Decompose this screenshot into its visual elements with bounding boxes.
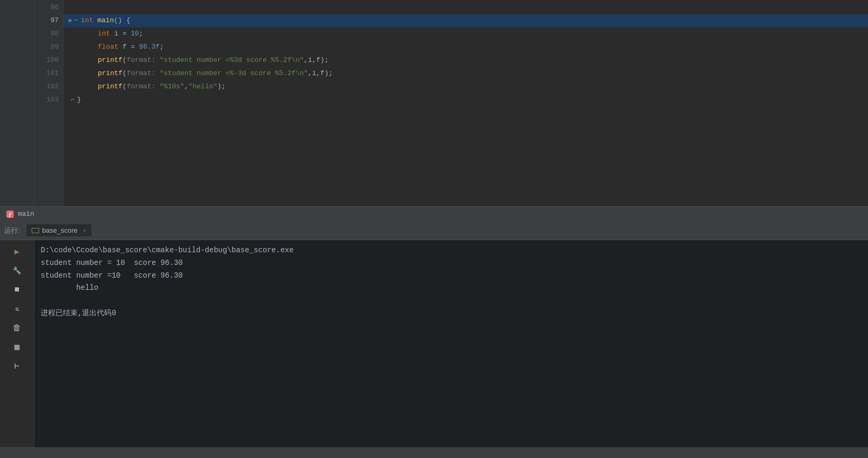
line-97: 97 [34, 14, 63, 28]
code-content: ▶ ⌐ int main () { int i = 10 ; float [63, 0, 868, 206]
comma2-101: , [316, 68, 321, 79]
semi-99: ; [160, 42, 164, 53]
keyword-float: float [98, 42, 118, 53]
run-body: ▶ 🔧 ■ ⇅ 🗑 ▦ ⊢ D:\code\Ccode\base_scor [0, 240, 868, 447]
var-i-101: i [312, 68, 316, 79]
bottom-status [0, 447, 868, 458]
run-label: 运行: [4, 226, 20, 235]
var-i-100: i [308, 55, 312, 66]
delete-button[interactable]: 🗑 [10, 320, 24, 335]
var-f-100: f [316, 55, 321, 66]
debug-step-icon: ⇅ [15, 305, 18, 313]
brace-open-97: ⌐ [74, 15, 79, 26]
code-line-96 [63, 1, 868, 14]
param-label-100: format: [127, 55, 156, 66]
layout-icon: ▦ [14, 342, 20, 352]
paren-open-101: ( [123, 68, 127, 79]
debug-arrow: ▶ [69, 16, 72, 26]
str-102b: "hello" [189, 81, 218, 93]
code-line-100: printf ( format: "student number =%3d sc… [63, 54, 868, 67]
line-99: 99 [34, 41, 63, 54]
line-103: 103 [34, 94, 63, 107]
str-100: "student number =%3d score %5.2f\n" [160, 55, 304, 66]
pin-icon: ⊢ [14, 361, 20, 371]
paren-close-100: ); [320, 55, 329, 66]
run-tab-name: base_score [42, 226, 78, 234]
code-line-99: float f = 96.3f ; [63, 41, 868, 54]
var-f: f [123, 42, 127, 53]
keyword-int: int [81, 15, 93, 26]
line-98: 98 [34, 28, 63, 41]
equals-98: = [123, 29, 127, 40]
paren-open-97: () [114, 15, 122, 26]
line-102: 102 [34, 80, 63, 94]
paren-close-102: ); [217, 81, 226, 93]
pin-button[interactable]: ⊢ [10, 359, 24, 373]
code-panel: 96 97 98 99 100 101 102 103 ▶ ⌐ int main… [34, 0, 868, 206]
delete-icon: 🗑 [13, 323, 21, 333]
function-bar: f main [0, 206, 868, 221]
settings-button[interactable]: 🔧 [10, 263, 24, 278]
keyword-int-98: int [98, 29, 110, 40]
close-brace-103: } [77, 95, 81, 106]
console-line-2: student number =10 score 96.30 [41, 270, 862, 282]
fn-main: main [97, 15, 114, 26]
console-line-1: student number = 10 score 96.30 [41, 257, 862, 270]
console-output: D:\code\Ccode\base_score\cmake-build-deb… [34, 240, 868, 447]
comma-101: , [308, 68, 312, 79]
num-963f: 96.3f [139, 42, 160, 53]
comma-102: , [184, 81, 189, 93]
code-line-98: int i = 10 ; [63, 28, 868, 41]
line-101: 101 [34, 67, 63, 80]
code-line-101: printf ( format: "student number =%-3d s… [63, 67, 868, 80]
debug-step-button[interactable]: ⇅ [10, 301, 24, 316]
semi-98: ; [139, 29, 143, 40]
equals-99: = [130, 42, 135, 53]
run-header: 运行: base_score × [0, 221, 868, 240]
code-line-97: ▶ ⌐ int main () { [63, 14, 868, 28]
console-line-4 [41, 295, 862, 307]
var-i: i [114, 29, 118, 40]
line-numbers: 96 97 98 99 100 101 102 103 [34, 0, 63, 206]
code-line-102: printf ( format: "%10s" , "hello" ); [63, 80, 868, 94]
stop-icon: ■ [14, 285, 20, 295]
code-line-103: ⌐ } [63, 94, 868, 107]
run-panel: 运行: base_score × ▶ 🔧 ■ ⇅ 🗑 [0, 221, 868, 447]
layout-button[interactable]: ▦ [10, 340, 24, 354]
paren-close-101: ); [324, 68, 333, 79]
var-f-101: f [320, 68, 324, 79]
comma2-100: , [312, 55, 316, 66]
editor-area: 96 97 98 99 100 101 102 103 ▶ ⌐ int main… [0, 0, 868, 206]
param-label-101: format: [127, 68, 156, 79]
close-tab-button[interactable]: × [83, 227, 86, 234]
paren-open-100: ( [123, 55, 127, 66]
fn-printf-102: printf [98, 81, 123, 93]
comma-100: , [304, 55, 308, 66]
function-badge: f [6, 210, 14, 218]
tab-icon [32, 228, 39, 233]
num-10: 10 [130, 29, 139, 40]
settings-icon: 🔧 [13, 267, 21, 275]
run-button[interactable]: ▶ [10, 244, 24, 259]
paren-open-102: ( [123, 81, 127, 93]
console-line-5: 进程已结束,退出代码0 [41, 307, 862, 320]
brace-close-103: ⌐ [71, 95, 75, 106]
param-label-102: format: [127, 81, 156, 93]
fn-printf-100: printf [98, 55, 123, 66]
run-tab[interactable]: base_score × [26, 224, 92, 236]
run-icon: ▶ [14, 246, 20, 257]
str-102a: "%10s" [160, 81, 184, 93]
fn-printf-101: printf [98, 68, 123, 79]
stop-button[interactable]: ■ [10, 282, 24, 297]
run-toolbar: ▶ 🔧 ■ ⇅ 🗑 ▦ ⊢ [0, 240, 34, 447]
function-name: main [18, 210, 34, 218]
console-line-0: D:\code\Ccode\base_score\cmake-build-deb… [41, 244, 862, 257]
line-100: 100 [34, 54, 63, 67]
str-101: "student number =%-3d score %5.2f\n" [160, 68, 308, 79]
left-panel [0, 0, 34, 206]
line-96: 96 [34, 1, 63, 14]
brace-97: { [126, 15, 130, 26]
console-line-3: hello [41, 282, 862, 295]
